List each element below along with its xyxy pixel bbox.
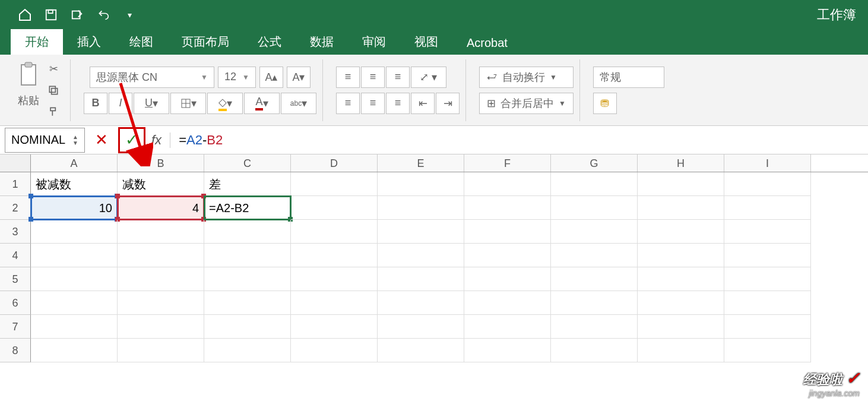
name-box[interactable]: NOMINAL ▲▼ — [5, 128, 85, 153]
col-header-F[interactable]: F — [464, 154, 551, 172]
cell-C7[interactable] — [204, 315, 291, 339]
cell-E8[interactable] — [378, 339, 464, 362]
border-button[interactable]: ▾ — [170, 93, 206, 114]
cell-B6[interactable] — [118, 291, 204, 315]
cell-C2[interactable]: =A2-B2 — [204, 196, 291, 220]
tab-home[interactable]: 开始 — [11, 29, 63, 55]
tab-view[interactable]: 视图 — [400, 29, 452, 55]
cut-icon[interactable]: ✂ — [43, 60, 64, 78]
undo-icon[interactable] — [90, 3, 116, 27]
cell-G1[interactable] — [551, 172, 638, 196]
phonetic-button[interactable]: abc ▾ — [281, 93, 316, 114]
qat-customize-icon[interactable]: ▾ — [116, 3, 142, 27]
cell-H5[interactable] — [638, 267, 724, 291]
cell-H7[interactable] — [638, 315, 724, 339]
cell-G8[interactable] — [551, 339, 638, 362]
align-left-icon[interactable]: ≡ — [336, 93, 360, 114]
cell-I3[interactable] — [724, 220, 811, 244]
tab-acrobat[interactable]: Acrobat — [452, 31, 522, 55]
cell-I4[interactable] — [724, 244, 811, 267]
underline-button[interactable]: U ▾ — [134, 93, 169, 114]
cell-E4[interactable] — [378, 244, 464, 267]
cell-I5[interactable] — [724, 267, 811, 291]
col-header-D[interactable]: D — [291, 154, 378, 172]
cell-H6[interactable] — [638, 291, 724, 315]
cell-G2[interactable] — [551, 196, 638, 220]
cell-E3[interactable] — [378, 220, 464, 244]
cell-F2[interactable] — [464, 196, 551, 220]
col-header-I[interactable]: I — [724, 154, 811, 172]
align-bottom-icon[interactable]: ≡ — [386, 67, 410, 88]
cancel-formula-button[interactable]: ✕ — [88, 128, 115, 153]
row-header-2[interactable]: 2 — [0, 196, 31, 220]
cell-G3[interactable] — [551, 220, 638, 244]
merge-center-button[interactable]: ⊞合并后居中▼ — [479, 93, 574, 114]
col-header-A[interactable]: A — [31, 154, 118, 172]
cell-A3[interactable] — [31, 220, 118, 244]
italic-button[interactable]: I — [109, 93, 132, 114]
col-header-H[interactable]: H — [638, 154, 724, 172]
increase-font-icon[interactable]: A▴ — [259, 67, 283, 88]
cell-C6[interactable] — [204, 291, 291, 315]
cell-G6[interactable] — [551, 291, 638, 315]
cell-I7[interactable] — [724, 315, 811, 339]
cell-F5[interactable] — [464, 267, 551, 291]
format-painter-icon[interactable] — [43, 103, 64, 121]
font-size-select[interactable]: 12▼ — [218, 67, 256, 88]
cell-E2[interactable] — [378, 196, 464, 220]
cell-H3[interactable] — [638, 220, 724, 244]
decrease-font-icon[interactable]: A▾ — [287, 67, 311, 88]
cell-D6[interactable] — [291, 291, 378, 315]
tab-data[interactable]: 数据 — [296, 29, 348, 55]
align-right-icon[interactable]: ≡ — [386, 93, 410, 114]
col-header-C[interactable]: C — [204, 154, 291, 172]
align-center-icon[interactable]: ≡ — [361, 93, 385, 114]
row-header-6[interactable]: 6 — [0, 291, 31, 315]
select-all-corner[interactable] — [0, 154, 31, 172]
cell-A6[interactable] — [31, 291, 118, 315]
row-header-3[interactable]: 3 — [0, 220, 31, 244]
cell-I6[interactable] — [724, 291, 811, 315]
increase-indent-icon[interactable]: ⇥ — [436, 93, 460, 114]
col-header-B[interactable]: B — [118, 154, 204, 172]
cell-G7[interactable] — [551, 315, 638, 339]
cell-F8[interactable] — [464, 339, 551, 362]
fill-color-button[interactable]: ◇ ▾ — [207, 93, 243, 114]
cell-A1[interactable]: 被减数 — [31, 172, 118, 196]
cell-D7[interactable] — [291, 315, 378, 339]
cell-C5[interactable] — [204, 267, 291, 291]
font-color-button[interactable]: A ▾ — [244, 93, 280, 114]
cell-F4[interactable] — [464, 244, 551, 267]
tab-formulas[interactable]: 公式 — [243, 29, 296, 55]
cell-B3[interactable] — [118, 220, 204, 244]
cell-E6[interactable] — [378, 291, 464, 315]
cell-I2[interactable] — [724, 196, 811, 220]
cell-B8[interactable] — [118, 339, 204, 362]
cell-E5[interactable] — [378, 267, 464, 291]
cell-D3[interactable] — [291, 220, 378, 244]
tab-review[interactable]: 审阅 — [348, 29, 400, 55]
cell-H1[interactable] — [638, 172, 724, 196]
col-header-G[interactable]: G — [551, 154, 638, 172]
cell-A4[interactable] — [31, 244, 118, 267]
cell-B2[interactable]: 4 — [118, 196, 204, 220]
cell-D8[interactable] — [291, 339, 378, 362]
cell-E1[interactable] — [378, 172, 464, 196]
cell-I1[interactable] — [724, 172, 811, 196]
cell-B1[interactable]: 减数 — [118, 172, 204, 196]
align-top-icon[interactable]: ≡ — [336, 67, 360, 88]
cell-B5[interactable] — [118, 267, 204, 291]
bold-button[interactable]: B — [84, 93, 107, 114]
cell-G5[interactable] — [551, 267, 638, 291]
name-box-spinner-icon[interactable]: ▲▼ — [72, 134, 78, 146]
cell-D4[interactable] — [291, 244, 378, 267]
number-format-select[interactable]: 常规 — [593, 67, 664, 88]
col-header-E[interactable]: E — [378, 154, 464, 172]
cell-B4[interactable] — [118, 244, 204, 267]
fx-label[interactable]: fx — [151, 132, 170, 148]
copy-icon[interactable] — [43, 81, 64, 99]
cell-F7[interactable] — [464, 315, 551, 339]
cell-H2[interactable] — [638, 196, 724, 220]
row-header-7[interactable]: 7 — [0, 315, 31, 339]
cell-F6[interactable] — [464, 291, 551, 315]
